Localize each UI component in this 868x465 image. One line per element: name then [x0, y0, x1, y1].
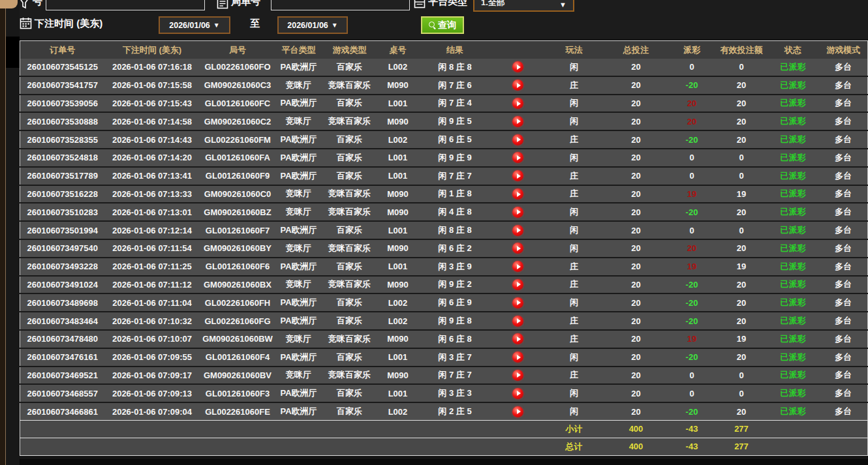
cell-order: 260106073491024: [20, 276, 105, 294]
column-header-payout: 派彩: [668, 41, 717, 59]
cell-status: 已派彩: [767, 203, 820, 221]
page-bottom-edge: [20, 459, 868, 465]
cell-play-video: [492, 384, 544, 402]
play-video-icon[interactable]: [512, 170, 523, 181]
date-from-picker[interactable]: 2026/01/06 ▼: [159, 16, 230, 34]
cell-status: 已派彩: [767, 59, 820, 76]
subtotal-label: 小计: [544, 420, 605, 438]
play-video-icon[interactable]: [512, 225, 523, 236]
cell-order: 260106073489698: [20, 293, 105, 312]
round-number-input[interactable]: [271, 0, 410, 10]
play-video-icon[interactable]: [512, 279, 523, 290]
cell-bet: 20: [605, 367, 668, 385]
play-video-icon[interactable]: [512, 406, 523, 417]
play-video-icon[interactable]: [512, 297, 523, 308]
cell-time: 2026-01-06 07:09:55: [105, 348, 200, 367]
cell-mode: 多台: [820, 149, 868, 167]
cell-bet: 20: [605, 384, 668, 402]
date-to-picker[interactable]: 2026/01/06 ▼: [277, 16, 348, 34]
column-header-game-mode: 游戏模式: [820, 41, 868, 59]
cell-payout: 19: [668, 185, 717, 203]
play-video-icon[interactable]: [512, 370, 523, 381]
cell-round: GM090261060BY: [200, 239, 276, 258]
cell-valid: 20: [717, 293, 767, 312]
cell-valid: 0: [717, 167, 767, 185]
cell-game: 百家乐: [322, 258, 378, 276]
column-header-result: 结果: [418, 41, 492, 59]
platform-type-select[interactable]: 1.全部 ▼: [473, 0, 574, 12]
cell-bet: 20: [605, 167, 668, 185]
date-from-value: 2026/01/06: [169, 21, 210, 30]
cell-play_type: 闲: [544, 59, 605, 76]
subtotal-empty-cell: [492, 420, 544, 438]
cell-time: 2026-01-06 07:15:58: [105, 76, 200, 95]
play-video-icon[interactable]: [512, 98, 523, 109]
cell-status: 已派彩: [767, 167, 820, 185]
cell-payout: 19: [668, 258, 717, 276]
play-video-icon[interactable]: [512, 333, 523, 344]
cell-table: L002: [378, 59, 418, 76]
play-video-icon[interactable]: [512, 134, 523, 145]
cell-result: 闲 6 庄 2: [418, 239, 492, 258]
total-empty-cell: [378, 438, 418, 455]
play-video-icon[interactable]: [512, 352, 523, 363]
cell-game: 百家乐: [322, 59, 378, 76]
cell-bet: 20: [605, 258, 668, 276]
cell-payout: -20: [668, 76, 717, 95]
subtotal-row: 小计400-43277: [20, 420, 868, 438]
cell-order: 260106073530888: [20, 112, 105, 130]
cell-valid: 19: [717, 258, 767, 276]
play-video-icon[interactable]: [512, 388, 523, 399]
play-video-icon[interactable]: [512, 116, 523, 127]
cell-play-video: [492, 221, 544, 239]
cell-time: 2026-01-06 07:16:18: [105, 59, 200, 76]
column-header-valid-bet: 有效投注额: [717, 41, 767, 59]
table-row: 2601060734896982026-01-06 07:11:04GL0022…: [20, 293, 868, 312]
bet-records-table: 订单号下注时间 (美东)局号平台类型游戏类型桌号结果玩法总投注派彩有效投注额状态…: [20, 40, 868, 456]
cell-bet: 20: [605, 112, 668, 130]
cell-hall: PA欧洲厅: [276, 95, 322, 113]
cell-bet: 20: [605, 59, 668, 76]
filter-bar: 号 局单号 平台类型 1.全部 ▼ 下注时间 (美东) 2026/01/06 ▼…: [20, 0, 868, 39]
cell-order: 260106073524818: [20, 149, 105, 167]
cell-mode: 多台: [820, 402, 868, 420]
cell-result: 闲 7 庄 7: [418, 367, 492, 385]
table-row: 2601060734668612026-01-06 07:09:04GL0022…: [20, 402, 868, 420]
play-video-icon[interactable]: [512, 261, 523, 272]
table-row: 2601060735177892026-01-06 07:13:41GL0012…: [20, 167, 868, 185]
cell-time: 2026-01-06 07:14:58: [105, 112, 200, 130]
cell-result: 闲 9 庄 9: [418, 149, 492, 167]
cell-game: 百家乐: [322, 312, 378, 330]
cell-payout: 20: [668, 112, 717, 130]
cell-play-video: [492, 149, 544, 167]
table-row: 2601060735390562026-01-06 07:15:43GL0012…: [20, 95, 868, 113]
cell-time: 2026-01-06 07:09:04: [105, 402, 200, 420]
cell-hall: 竞咪厅: [276, 276, 322, 294]
cell-time: 2026-01-06 07:10:32: [105, 312, 200, 330]
play-video-icon[interactable]: [512, 207, 523, 218]
cell-round: GL001261060F7: [200, 221, 276, 239]
cell-status: 已派彩: [767, 348, 820, 367]
cell-table: L001: [378, 167, 418, 185]
cell-bet: 20: [605, 185, 668, 203]
cell-valid: 0: [717, 367, 767, 385]
cell-bet: 20: [605, 76, 668, 95]
cell-order: 260106073478480: [20, 330, 105, 348]
play-video-icon[interactable]: [512, 316, 523, 327]
play-video-icon[interactable]: [512, 80, 523, 91]
cell-result: 闲 9 庄 2: [418, 276, 492, 294]
play-video-icon[interactable]: [512, 243, 523, 254]
play-video-icon[interactable]: [512, 61, 523, 72]
cell-payout: 0: [668, 149, 717, 167]
cell-mode: 多台: [820, 203, 868, 221]
cell-round: GL001261060F6: [200, 258, 276, 276]
play-video-icon[interactable]: [512, 188, 523, 200]
cell-bet: 20: [605, 149, 668, 167]
search-button[interactable]: 查询: [421, 16, 464, 34]
play-video-icon[interactable]: [512, 152, 523, 163]
cell-play_type: 庄: [544, 330, 605, 348]
cell-hall: 竞咪厅: [276, 330, 322, 348]
table-row: 2601060735417572026-01-06 07:15:58GM0902…: [20, 76, 868, 95]
cell-hall: PA欧洲厅: [276, 402, 322, 420]
account-input[interactable]: [46, 0, 205, 10]
